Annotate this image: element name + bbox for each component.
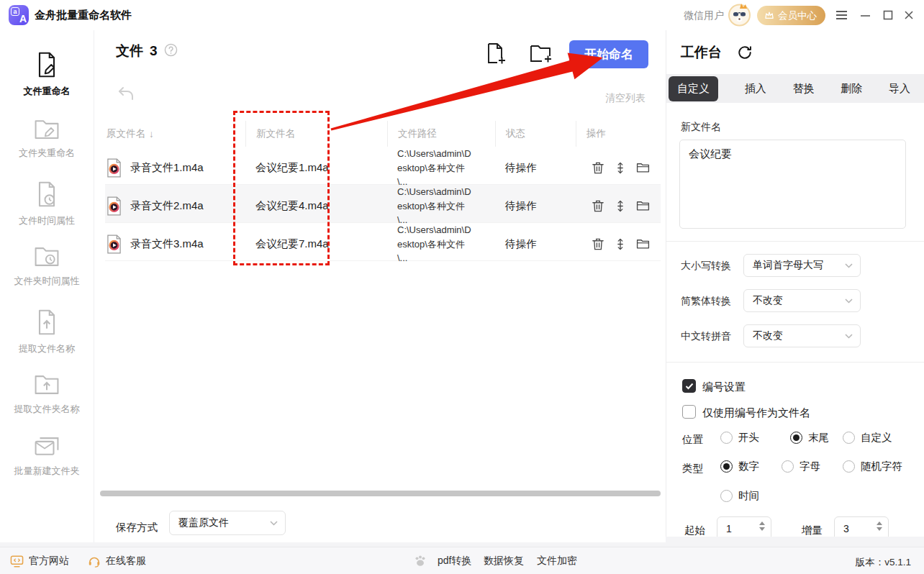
position-option-start[interactable]: 开头 [720, 431, 759, 445]
column-header-status[interactable]: 状态 [495, 121, 576, 147]
position-option-custom[interactable]: 自定义 [843, 431, 892, 445]
radio-icon [720, 490, 733, 502]
table-row[interactable]: 录音文件3.m4a 会议纪要7.m4a C:\Users\admin\Deskt… [105, 223, 661, 261]
type-option-random[interactable]: 随机字符 [843, 460, 902, 473]
move-icon[interactable] [615, 237, 626, 251]
simplified-traditional-label: 简繁体转换 [681, 295, 731, 308]
stepper-down-icon[interactable] [759, 527, 765, 531]
minimize-icon[interactable] [857, 8, 873, 22]
case-convert-dropdown[interactable]: 单词首字母大写 [743, 254, 861, 277]
help-icon[interactable] [164, 43, 178, 60]
divider [666, 362, 924, 363]
column-header-original-name[interactable]: 原文件名 ↓ [105, 121, 245, 147]
position-option-end[interactable]: 末尾 [790, 431, 829, 445]
column-header-file-path[interactable]: 文件路径 [387, 121, 495, 147]
open-folder-icon[interactable] [636, 237, 650, 250]
delete-icon[interactable] [592, 237, 604, 251]
delete-icon[interactable] [592, 161, 604, 175]
official-website-link[interactable]: 官方网站 [10, 555, 69, 568]
pinyin-convert-label: 中文转拼音 [681, 330, 731, 343]
only-number-checkbox[interactable] [682, 405, 696, 419]
chevron-down-icon [845, 299, 853, 304]
save-mode-value: 覆盖原文件 [178, 516, 229, 529]
sidebar-item-batch-new-folder[interactable]: 批量新建文件夹 [0, 434, 94, 478]
file-path: C:\Users\admin\Desktop\各种文件\... [387, 223, 495, 265]
radio-selected-icon [720, 460, 733, 473]
type-option-number[interactable]: 数字 [720, 460, 759, 473]
online-support-link[interactable]: 在线客服 [88, 555, 146, 568]
new-filename: 会议纪要7.m4a [245, 237, 387, 251]
save-mode-dropdown[interactable]: 覆盖原文件 [169, 511, 286, 535]
tab-import[interactable]: 导入 [889, 82, 910, 96]
type-option-letter[interactable]: 字母 [782, 460, 820, 473]
radio-icon [720, 432, 733, 444]
type-option-time[interactable]: 时间 [720, 489, 759, 503]
titlebar: a A 金舟批量重命名软件 微信用户 会员中心 [0, 0, 924, 30]
pdf-convert-link[interactable]: pdf转换 [438, 555, 471, 568]
chevron-down-icon [270, 521, 278, 526]
stepper-up-icon[interactable] [877, 521, 882, 525]
brand-paw-icon [414, 555, 427, 567]
sidebar-item-file-time[interactable]: 文件时间属性 [0, 180, 94, 227]
close-icon[interactable] [901, 8, 917, 22]
pinyin-convert-dropdown[interactable]: 不改变 [743, 324, 861, 347]
open-folder-icon[interactable] [636, 199, 650, 211]
member-center-button[interactable]: 会员中心 [757, 6, 825, 25]
add-folder-button[interactable] [529, 44, 553, 67]
undo-icon[interactable] [117, 86, 135, 105]
tab-replace[interactable]: 替换 [793, 82, 815, 96]
sidebar-item-folder-time[interactable]: 文件夹时间属性 [0, 245, 94, 288]
tab-insert[interactable]: 插入 [745, 82, 766, 96]
workbench-panel: 工作台 自定义 插入 替换 删除 导入 新文件名 会议纪要 大小写转换 单词首字… [666, 30, 924, 542]
sidebar-item-folder-rename[interactable]: 文件夹重命名 [0, 117, 94, 160]
batch-new-folder-icon [33, 434, 60, 459]
simplified-traditional-dropdown[interactable]: 不改变 [743, 289, 861, 312]
sidebar-item-file-rename[interactable]: 文件重命名 [0, 50, 94, 98]
stepper-down-icon[interactable] [877, 527, 882, 531]
add-file-button[interactable] [484, 42, 506, 68]
clear-list-button[interactable]: 清空列表 [605, 92, 646, 105]
folder-rename-icon [33, 117, 60, 141]
menu-icon[interactable] [833, 8, 849, 22]
delete-icon[interactable] [592, 199, 604, 213]
status-label: 待操作 [495, 161, 576, 175]
tab-custom[interactable]: 自定义 [669, 76, 718, 101]
tab-delete[interactable]: 删除 [841, 82, 862, 96]
file-encrypt-link[interactable]: 文件加密 [537, 555, 577, 568]
horizontal-scrollbar[interactable] [100, 491, 661, 496]
file-time-icon [34, 180, 60, 209]
original-filename: 录音文件1.m4a [130, 161, 204, 175]
status-label: 待操作 [495, 199, 576, 213]
numbering-checkbox[interactable] [682, 379, 696, 393]
column-header-new-name[interactable]: 新文件名 [245, 121, 387, 147]
refresh-icon[interactable] [738, 45, 752, 63]
workbench-tabs: 自定义 插入 替换 删除 导入 [666, 74, 924, 103]
table-row[interactable]: 录音文件2.m4a 会议纪要4.m4a C:\Users\admin\Deskt… [105, 185, 661, 223]
footer-bar: 官方网站 在线客服 pdf转换 数据恢复 文件加密 版本：v5.1.1 [0, 547, 924, 574]
pinyin-convert-value: 不改变 [753, 329, 783, 342]
table-row[interactable]: 录音文件1.m4a 会议纪要1.m4a C:\Users\admin\Deskt… [105, 147, 661, 185]
maximize-icon[interactable] [880, 8, 896, 22]
start-rename-button[interactable]: 开始命名 [569, 40, 648, 68]
start-number-label: 起始 [684, 524, 705, 537]
extract-folder-name-icon [33, 373, 60, 397]
sidebar-item-label: 批量新建文件夹 [14, 465, 80, 476]
case-convert-value: 单词首字母大写 [753, 259, 823, 272]
sidebar: 文件重命名 文件夹重命名 文件时间属性 文件夹时间属性 [0, 30, 94, 542]
open-folder-icon[interactable] [636, 161, 650, 173]
radio-selected-icon [790, 432, 802, 444]
stepper-up-icon[interactable] [759, 521, 765, 525]
new-filename: 会议纪要1.m4a [245, 161, 387, 175]
numbering-label: 编号设置 [702, 381, 746, 394]
sidebar-item-extract-folder-name[interactable]: 提取文件夹名称 [0, 373, 94, 416]
sidebar-item-extract-file-name[interactable]: 提取文件名称 [0, 308, 94, 355]
data-recovery-link[interactable]: 数据恢复 [484, 555, 524, 568]
file-path: C:\Users\admin\Desktop\各种文件\... [387, 185, 495, 227]
move-icon[interactable] [615, 161, 626, 175]
new-filename-input[interactable]: 会议纪要 [679, 140, 906, 229]
column-header-operations[interactable]: 操作 [576, 121, 661, 147]
user-avatar[interactable] [728, 3, 751, 27]
move-icon[interactable] [615, 199, 626, 213]
file-list-panel: 文件 3 开始命 [94, 30, 666, 542]
sort-descending-icon[interactable]: ↓ [149, 129, 154, 140]
